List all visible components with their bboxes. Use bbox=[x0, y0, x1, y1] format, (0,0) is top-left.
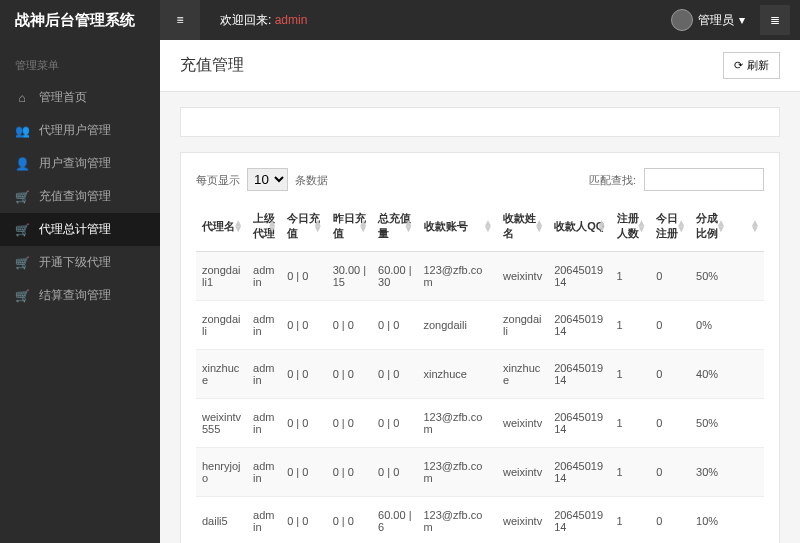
table-cell: admin bbox=[247, 350, 281, 399]
column-header[interactable]: 昨日充值▲▼ bbox=[327, 201, 372, 252]
nav-label: 用户查询管理 bbox=[39, 155, 111, 172]
table-cell: 0 | 0 bbox=[372, 301, 417, 350]
column-header[interactable]: 分成比例▲▼ bbox=[690, 201, 730, 252]
table-cell: weixintv555 bbox=[196, 399, 247, 448]
sidebar-item-5[interactable]: 🛒开通下级代理 bbox=[0, 246, 160, 279]
column-header[interactable]: 总充值量▲▼ bbox=[372, 201, 417, 252]
refresh-icon: ⟳ bbox=[734, 59, 743, 72]
sidebar-item-6[interactable]: 🛒结算查询管理 bbox=[0, 279, 160, 312]
app-title: 战神后台管理系统 bbox=[0, 11, 160, 30]
nav-icon: 🛒 bbox=[15, 256, 29, 270]
table-panel: 每页显示 10 条数据 匹配查找: 代理名▲▼上级代 bbox=[180, 152, 780, 543]
table-cell: 0 | 0 bbox=[281, 252, 326, 301]
welcome-label: 欢迎回来: bbox=[220, 13, 271, 27]
table-cell: 2064501914 bbox=[548, 252, 610, 301]
sidebar-item-4[interactable]: 🛒代理总计管理 bbox=[0, 213, 160, 246]
table-row[interactable]: xinzhuceadmin0 | 00 | 00 | 0xinzhucexinz… bbox=[196, 350, 764, 399]
refresh-button[interactable]: ⟳ 刷新 bbox=[723, 52, 780, 79]
table-row[interactable]: weixintv555admin0 | 00 | 00 | 0123@zfb.c… bbox=[196, 399, 764, 448]
table-cell: 2064501914 bbox=[548, 448, 610, 497]
table-cell: 0 bbox=[650, 399, 690, 448]
sort-icon: ▲▼ bbox=[358, 220, 368, 232]
page-title: 充值管理 bbox=[180, 55, 244, 76]
avatar-icon bbox=[671, 9, 693, 31]
table-cell: 1 bbox=[611, 252, 651, 301]
page-header: 充值管理 ⟳ 刷新 bbox=[160, 40, 800, 92]
column-header[interactable]: 今日充值▲▼ bbox=[281, 201, 326, 252]
table-cell: xinzhuce bbox=[418, 350, 498, 399]
table-cell: 2064501914 bbox=[548, 350, 610, 399]
nav-icon: 🛒 bbox=[15, 223, 29, 237]
table-cell: zongdaili1 bbox=[196, 252, 247, 301]
table-cell: weixintv bbox=[497, 399, 548, 448]
table-cell: 0 | 0 bbox=[281, 301, 326, 350]
table-cell: 0% bbox=[690, 301, 730, 350]
table-cell: xinzhuce bbox=[497, 350, 548, 399]
sort-icon: ▲▼ bbox=[534, 220, 544, 232]
admin-dropdown[interactable]: 管理员 ▾ bbox=[671, 9, 745, 31]
table-cell: 0 bbox=[650, 497, 690, 544]
table-row[interactable]: henryjojoadmin0 | 00 | 00 | 0123@zfb.com… bbox=[196, 448, 764, 497]
column-header[interactable]: 收款人QQ▲▼ bbox=[548, 201, 610, 252]
data-table: 代理名▲▼上级代理▲▼今日充值▲▼昨日充值▲▼总充值量▲▼收款账号▲▼收款姓名▲… bbox=[196, 201, 764, 543]
table-cell: 0 | 0 bbox=[327, 301, 372, 350]
search-label: 匹配查找: bbox=[589, 174, 636, 186]
table-cell: 2064501914 bbox=[548, 399, 610, 448]
table-cell: 10% bbox=[690, 497, 730, 544]
table-cell-empty bbox=[730, 497, 764, 544]
table-cell: 0 | 0 bbox=[372, 448, 417, 497]
column-header[interactable]: 今日注册▲▼ bbox=[650, 201, 690, 252]
sidebar-item-3[interactable]: 🛒充值查询管理 bbox=[0, 180, 160, 213]
sidebar-item-1[interactable]: 👥代理用户管理 bbox=[0, 114, 160, 147]
sidebar-item-2[interactable]: 👤用户查询管理 bbox=[0, 147, 160, 180]
right-panel-toggle[interactable]: ≣ bbox=[760, 5, 790, 35]
table-cell: 60.00 | 6 bbox=[372, 497, 417, 544]
chevron-down-icon: ▾ bbox=[739, 13, 745, 27]
top-bar: 战神后台管理系统 ≡ 欢迎回来: admin 管理员 ▾ ≣ bbox=[0, 0, 800, 40]
table-cell: weixintv bbox=[497, 497, 548, 544]
table-cell: admin bbox=[247, 448, 281, 497]
column-header[interactable]: 代理名▲▼ bbox=[196, 201, 247, 252]
table-cell: 1 bbox=[611, 399, 651, 448]
sort-icon: ▲▼ bbox=[483, 220, 493, 232]
admin-label: 管理员 bbox=[698, 12, 734, 29]
sort-icon: ▲▼ bbox=[716, 220, 726, 232]
nav-icon: 🛒 bbox=[15, 190, 29, 204]
column-header[interactable]: 收款账号▲▼ bbox=[418, 201, 498, 252]
table-cell: 1 bbox=[611, 497, 651, 544]
table-cell-empty bbox=[730, 399, 764, 448]
table-cell: 0 bbox=[650, 350, 690, 399]
page-size-prefix: 每页显示 bbox=[196, 174, 240, 186]
table-cell-empty bbox=[730, 350, 764, 399]
nav-label: 管理首页 bbox=[39, 89, 87, 106]
column-header[interactable]: 收款姓名▲▼ bbox=[497, 201, 548, 252]
column-header[interactable]: 注册人数▲▼ bbox=[611, 201, 651, 252]
table-cell: admin bbox=[247, 301, 281, 350]
table-cell: 50% bbox=[690, 252, 730, 301]
table-row[interactable]: daili5admin0 | 00 | 060.00 | 6123@zfb.co… bbox=[196, 497, 764, 544]
list-icon: ≣ bbox=[770, 13, 780, 27]
table-cell: xinzhuce bbox=[196, 350, 247, 399]
sidebar-item-0[interactable]: ⌂管理首页 bbox=[0, 81, 160, 114]
table-cell-empty bbox=[730, 301, 764, 350]
table-cell: 0 | 0 bbox=[281, 448, 326, 497]
table-row[interactable]: zongdailiadmin0 | 00 | 00 | 0zongdailizo… bbox=[196, 301, 764, 350]
table-cell: 123@zfb.com bbox=[418, 497, 498, 544]
table-row[interactable]: zongdaili1admin0 | 030.00 | 1560.00 | 30… bbox=[196, 252, 764, 301]
table-cell: 0 bbox=[650, 448, 690, 497]
menu-toggle-button[interactable]: ≡ bbox=[160, 0, 200, 40]
table-cell: 2064501914 bbox=[548, 497, 610, 544]
table-header-row: 代理名▲▼上级代理▲▼今日充值▲▼昨日充值▲▼总充值量▲▼收款账号▲▼收款姓名▲… bbox=[196, 201, 764, 252]
table-cell: zongdaili bbox=[497, 301, 548, 350]
search-input[interactable] bbox=[644, 168, 764, 191]
table-cell: 0 bbox=[650, 301, 690, 350]
column-header[interactable]: 上级代理▲▼ bbox=[247, 201, 281, 252]
refresh-label: 刷新 bbox=[747, 58, 769, 73]
table-cell: 123@zfb.com bbox=[418, 252, 498, 301]
sort-icon: ▲▼ bbox=[597, 220, 607, 232]
page-size-select[interactable]: 10 bbox=[247, 168, 288, 191]
table-cell: 0 | 0 bbox=[327, 399, 372, 448]
filter-panel bbox=[180, 107, 780, 137]
table-body: zongdaili1admin0 | 030.00 | 1560.00 | 30… bbox=[196, 252, 764, 544]
page-size-suffix: 条数据 bbox=[295, 174, 328, 186]
